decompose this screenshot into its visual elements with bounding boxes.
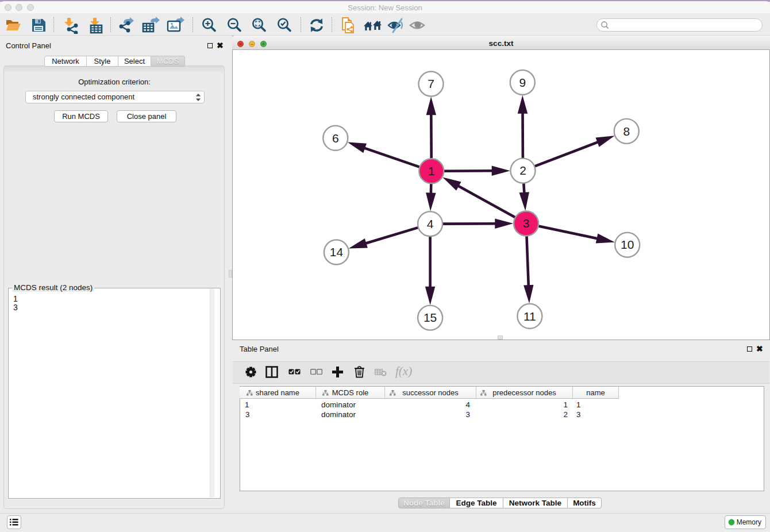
- svg-text:8: 8: [623, 125, 630, 138]
- svg-text:7: 7: [428, 77, 434, 90]
- svg-text:1: 1: [428, 164, 435, 178]
- svg-text:10: 10: [621, 238, 634, 251]
- svg-text:6: 6: [332, 132, 339, 145]
- svg-text:14: 14: [330, 245, 344, 259]
- svg-text:11: 11: [523, 310, 536, 323]
- svg-text:15: 15: [424, 311, 437, 324]
- svg-text:2: 2: [519, 164, 526, 177]
- svg-text:9: 9: [519, 76, 526, 89]
- svg-text:4: 4: [427, 217, 434, 230]
- svg-text:3: 3: [523, 217, 530, 230]
